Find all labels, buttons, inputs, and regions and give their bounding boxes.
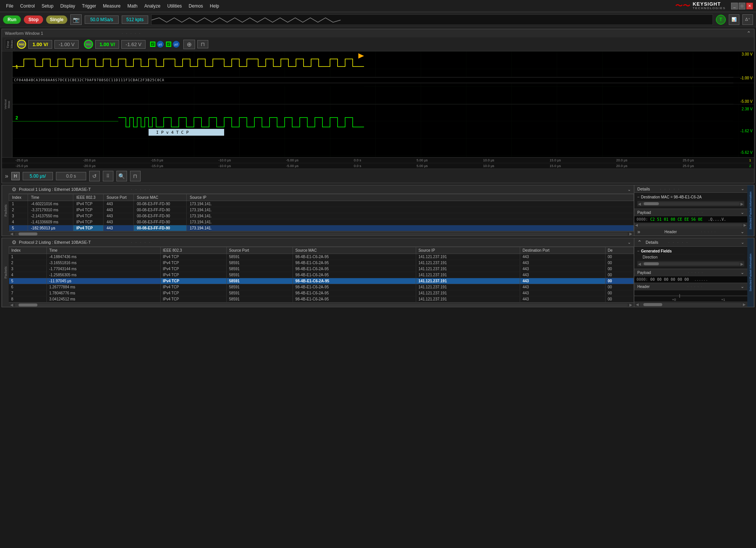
det2-scroll-track[interactable]: [642, 262, 740, 265]
delay-input[interactable]: 0.0 s: [56, 172, 86, 180]
ch2-badge[interactable]: 50Ω: [84, 40, 93, 49]
det-scroll-right[interactable]: ▶: [741, 202, 744, 206]
menu-analyze[interactable]: Analyze: [141, 3, 164, 9]
p2-scroll-left[interactable]: ◀: [10, 303, 13, 307]
ch1-scale[interactable]: 1.00 V/: [28, 40, 52, 49]
header2-collapse-btn[interactable]: ⌄: [741, 284, 744, 289]
close-button[interactable]: ✕: [746, 3, 753, 9]
h2-scroll-right[interactable]: ▶: [743, 302, 746, 307]
ref-h-icon[interactable]: ⊓: [130, 171, 141, 181]
menu-math[interactable]: Math: [124, 3, 141, 9]
run-button[interactable]: Run: [3, 15, 21, 24]
p1-checkbox[interactable]: ✓: [150, 42, 155, 47]
zoom-icon[interactable]: 🔍: [116, 171, 127, 181]
details1-expand-btn[interactable]: ⌄: [741, 186, 744, 191]
expand-left-btn[interactable]: »: [5, 173, 8, 180]
grid-icon[interactable]: ⠿: [103, 171, 113, 181]
t-badge[interactable]: T: [716, 15, 726, 25]
p2-scroll-track[interactable]: [15, 303, 628, 307]
pay-scroll-track[interactable]: [639, 224, 743, 227]
p1-checkbox-container[interactable]: ✓ p1: [150, 41, 164, 48]
acquire-icon[interactable]: 📊: [729, 14, 739, 25]
scroll-track-1[interactable]: [15, 232, 628, 235]
ch1-badge[interactable]: 50Ω: [17, 40, 26, 49]
payload1-expand-btn[interactable]: ⌄: [741, 210, 744, 215]
details2-expand-top-btn[interactable]: ⌃: [637, 239, 642, 245]
p2-row-5-selected[interactable]: 5 -11.97045 μs IPv4 TCP 58591 98-4B-E1-C…: [9, 278, 634, 284]
p2-checkbox[interactable]: ✓: [166, 42, 171, 47]
reset-icon[interactable]: ↺: [89, 171, 100, 181]
pay-scroll-left[interactable]: ◀: [635, 223, 638, 227]
minimize-button[interactable]: _: [731, 3, 738, 9]
payload1-scrollbar[interactable]: ◀ ▶: [634, 223, 747, 227]
camera-icon[interactable]: 📷: [70, 14, 82, 25]
menu-utilities[interactable]: Utilities: [164, 3, 185, 9]
expand-tree2-icon[interactable]: −: [637, 249, 640, 253]
menu-file[interactable]: File: [3, 3, 16, 9]
ch1-offset[interactable]: -1.00 V: [54, 40, 79, 49]
p2-scroll-thumb[interactable]: [19, 303, 37, 307]
p2-row-1[interactable]: 1 -4.18847436 ms IPv4 TCP 58591 98-4B-E1…: [9, 254, 634, 260]
timebase-input[interactable]: 5.00 μs/: [23, 172, 53, 180]
p2-scroll-right[interactable]: ▶: [629, 303, 632, 307]
menu-trigger[interactable]: Trigger: [79, 3, 99, 9]
p1-row-1[interactable]: 1 -4.60221016 ms IPv4 TCP 443 00-08-E3-F…: [9, 201, 634, 207]
det-scroll-left[interactable]: ◀: [638, 202, 641, 206]
protocol1-gear-icon[interactable]: ⚙: [12, 186, 17, 192]
det-scroll-thumb[interactable]: [644, 202, 659, 205]
menu-setup[interactable]: Setup: [39, 3, 56, 9]
det-scroll-track[interactable]: [642, 202, 740, 205]
p2-checkbox-container[interactable]: ✓ p2: [166, 41, 180, 48]
payload2-expand-btn[interactable]: ⌄: [741, 270, 744, 275]
menu-control[interactable]: Control: [17, 3, 38, 9]
h2-scroll-thumb[interactable]: [643, 303, 662, 306]
details1-scrollbar-h[interactable]: ◀ ▶: [637, 201, 744, 206]
protocol2-scrollbar[interactable]: ◀ ▶: [9, 302, 634, 307]
p2-row-2[interactable]: 2 -3.16551816 ms IPv4 TCP 58591 98-4B-E1…: [9, 260, 634, 266]
details2-scrollbar-h[interactable]: ◀ ▶: [637, 261, 744, 266]
h2-scroll-left[interactable]: ◀: [636, 302, 639, 307]
menu-help[interactable]: Help: [207, 3, 222, 9]
p2-row-6[interactable]: 6 1.26777884 ms IPv4 TCP 58591 98-4B-E1-…: [9, 284, 634, 290]
protocol1-scrollbar[interactable]: ◀ ▶: [9, 231, 634, 236]
stop-button[interactable]: Stop: [24, 15, 43, 24]
p2-row-7[interactable]: 7 1.78046776 ms IPv4 TCP 58591 98-4B-E1-…: [9, 290, 634, 296]
scroll-right-btn[interactable]: ▶: [629, 232, 632, 236]
pay-scroll-right[interactable]: ▶: [744, 223, 747, 227]
p1-row-5-selected[interactable]: 5 -182.95013 μs IPv4 TCP 443 00-08-E3-FF…: [9, 225, 634, 231]
ch2-scale[interactable]: 1.00 V/: [95, 40, 119, 49]
h2-scroll-track[interactable]: [640, 303, 742, 306]
det2-scroll-thumb[interactable]: [644, 262, 659, 265]
sample-rate-display[interactable]: 50.0 MSa/s: [85, 15, 119, 24]
p1-row-3[interactable]: 3 -2.14137550 ms IPv4 TCP 443 00-08-E3-F…: [9, 213, 634, 219]
p1-row-2[interactable]: 2 -3.37179310 ms IPv4 TCP 443 00-08-E3-F…: [9, 207, 634, 213]
p2-row-3[interactable]: 3 -1.77043144 ms IPv4 TCP 58591 98-4B-E1…: [9, 266, 634, 272]
scroll-thumb-1[interactable]: [19, 232, 37, 235]
single-button[interactable]: Single: [46, 15, 67, 24]
protocol1-collapse-btn[interactable]: ⌄: [627, 187, 631, 192]
expand-tree-icon[interactable]: −: [637, 195, 640, 199]
details2-collapse-btn[interactable]: ⌄: [741, 240, 744, 245]
menu-measure[interactable]: Measure: [100, 3, 124, 9]
menu-demos[interactable]: Demos: [186, 3, 206, 9]
ref-btn[interactable]: ⊓: [197, 40, 208, 48]
p2-row-8[interactable]: 8 3.04124512 ms IPv4 TCP 58591 98-4B-E1-…: [9, 296, 634, 302]
header1-collapse-btn[interactable]: ⌄: [741, 229, 744, 234]
det2-scroll-left[interactable]: ◀: [638, 262, 641, 266]
collapse-waveform-btn[interactable]: ⌃: [747, 30, 751, 36]
memory-depth-display[interactable]: 512 kpts: [122, 15, 148, 24]
ch2-offset[interactable]: -1.62 V: [121, 40, 146, 49]
header2-scrollbar[interactable]: ◀ ▶: [634, 302, 747, 307]
protocol2-collapse-btn[interactable]: ⌄: [627, 240, 631, 245]
settings-icon[interactable]: Δ⁺: [742, 14, 753, 25]
maximize-button[interactable]: □: [739, 3, 745, 9]
scroll-left-btn[interactable]: ◀: [10, 232, 13, 236]
det2-scroll-right[interactable]: ▶: [741, 262, 744, 266]
protocol2-gear-icon[interactable]: ⚙: [12, 239, 17, 245]
ch2-v-mid: -1.62 V: [733, 129, 754, 133]
p2-row-4[interactable]: 4 -1.25856305 ms IPv4 TCP 58591 98-4B-E1…: [9, 272, 634, 278]
header1-expand-btn[interactable]: »: [637, 229, 640, 235]
p1-row-4[interactable]: 4 -1.41336609 ms IPv4 TCP 443 00-08-E3-F…: [9, 219, 634, 225]
menu-display[interactable]: Display: [57, 3, 78, 9]
add-math-btn[interactable]: ⊕: [183, 40, 195, 49]
